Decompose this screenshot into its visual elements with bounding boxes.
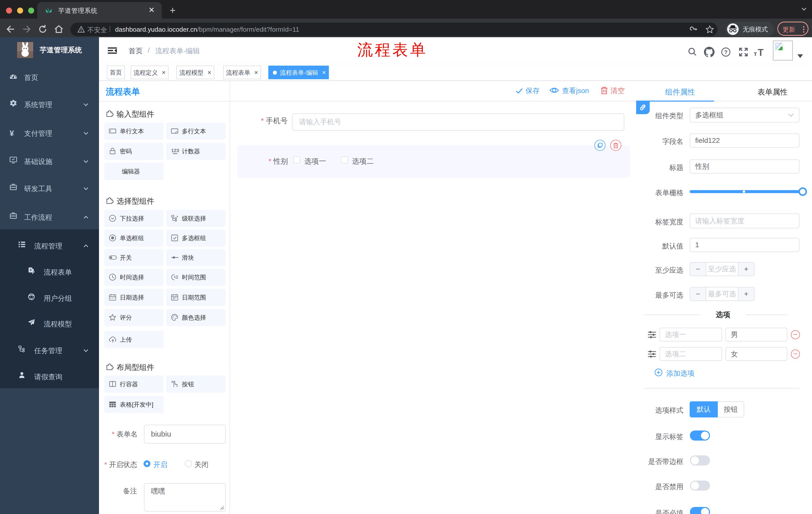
svg-text:123: 123: [171, 148, 179, 153]
svg-text:т: т: [754, 50, 757, 57]
svg-text:T: T: [758, 48, 763, 58]
svg-text:?: ?: [724, 49, 727, 55]
